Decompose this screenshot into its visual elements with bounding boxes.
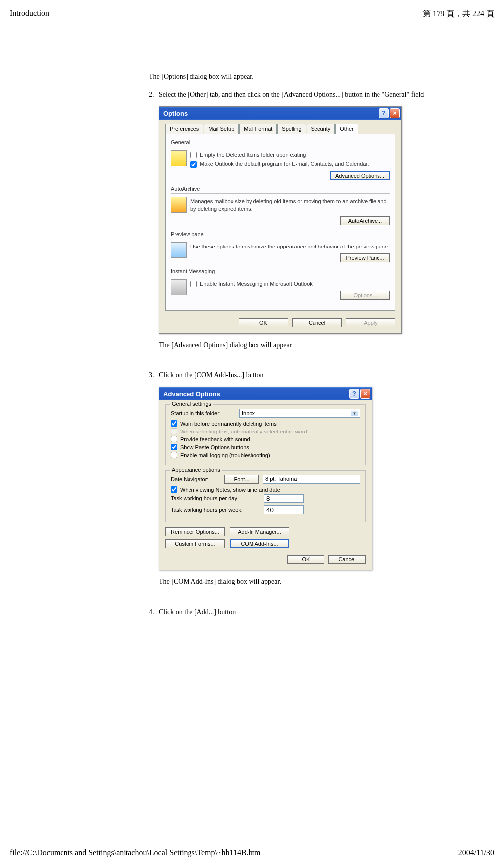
ok-button[interactable]: OK — [239, 318, 288, 327]
adv-cancel-button[interactable]: Cancel — [328, 555, 366, 564]
group-im-label: Instant Messaging — [171, 268, 390, 274]
hours-day-label: Task working hours per day: — [171, 495, 260, 501]
hours-week-input[interactable] — [264, 505, 304, 514]
options-tabs: Preferences Mail Setup Mail Format Spell… — [165, 124, 395, 134]
warn-delete-label: Warn before permanently deleting items — [180, 421, 277, 427]
autoarchive-button[interactable]: AutoArchive... — [340, 216, 390, 225]
feedback-sound-label: Provide feedback with sound — [180, 436, 250, 442]
step4-number: 4. — [149, 608, 159, 616]
mail-logging-checkbox[interactable] — [171, 452, 177, 458]
group-preview-label: Preview pane — [171, 231, 390, 237]
font-value: 8 pt. Tahoma — [263, 475, 360, 484]
appearance-group: Appearance options Date Navigator: Font.… — [165, 470, 366, 522]
startup-folder-value: Inbox — [242, 410, 255, 416]
hours-day-input[interactable] — [264, 494, 304, 503]
select-word-label: When selecting text, automatically selec… — [180, 429, 307, 434]
default-program-label: Make Outlook the default program for E-m… — [200, 160, 369, 168]
hours-week-label: Task working hours per week: — [171, 507, 260, 513]
notes-time-checkbox[interactable] — [171, 486, 177, 493]
warn-delete-checkbox[interactable] — [171, 420, 177, 427]
page-indicator: 第 178 頁，共 224 頁 — [423, 9, 494, 19]
intro-line: The [Options] dialog box will appear. — [149, 73, 444, 81]
advanced-options-button[interactable]: Advanced Options... — [330, 171, 390, 180]
footer-date: 2004/11/30 — [458, 848, 494, 857]
step3-text: Click on the [COM Add-Ins...] button — [159, 372, 444, 379]
preview-desc: Use these options to customize the appea… — [190, 243, 390, 250]
paste-options-label: Show Paste Options buttons — [180, 444, 249, 450]
tab-mail-setup[interactable]: Mail Setup — [204, 124, 239, 134]
tab-other[interactable]: Other — [335, 124, 358, 134]
options-dialog: Options ? × Preferences Mail Setup Mail … — [159, 106, 402, 334]
date-nav-label: Date Navigator: — [171, 476, 220, 482]
adv-help-icon[interactable]: ? — [349, 389, 359, 399]
tab-spelling[interactable]: Spelling — [277, 124, 306, 134]
step2-text: Select the [Other] tab, and then click o… — [159, 91, 444, 99]
feedback-sound-checkbox[interactable] — [171, 436, 177, 442]
addin-manager-button[interactable]: Add-In Manager... — [230, 527, 289, 536]
general-settings-label: General settings — [170, 401, 213, 407]
im-icon — [171, 279, 187, 295]
group-autoarchive-label: AutoArchive — [171, 186, 390, 192]
close-icon[interactable]: × — [390, 108, 400, 118]
mail-logging-label: Enable mail logging (troubleshooting) — [180, 452, 270, 458]
advanced-options-dialog: Advanced Options ? × General settings St… — [159, 387, 372, 570]
group-general-label: General — [171, 139, 390, 145]
step3-number: 3. — [149, 372, 159, 601]
apply-button: Apply — [346, 318, 395, 327]
footer-path: file://C:\Documents and Settings\anitach… — [10, 848, 261, 857]
step3-result: The [COM Add-Ins] dialog box will appear… — [159, 578, 444, 586]
preview-icon — [171, 242, 187, 258]
adv-close-icon[interactable]: × — [360, 389, 370, 399]
tab-mail-format[interactable]: Mail Format — [239, 124, 277, 134]
empty-deleted-label: Empty the Deleted Items folder upon exit… — [200, 151, 306, 159]
custom-forms-button[interactable]: Custom Forms... — [165, 539, 225, 548]
startup-folder-label: Startup in this folder: — [171, 410, 235, 416]
doc-title: Introduction — [10, 9, 49, 19]
startup-folder-select[interactable]: Inbox ▼ — [239, 409, 360, 418]
autoarchive-icon — [171, 197, 187, 213]
autoarchive-desc: Manages mailbox size by deleting old ite… — [190, 198, 390, 213]
empty-deleted-checkbox[interactable] — [190, 152, 197, 158]
options-titlebar[interactable]: Options ? × — [159, 107, 401, 120]
enable-im-label: Enable Instant Messaging in Microsoft Ou… — [200, 280, 313, 288]
adv-titlebar[interactable]: Advanced Options ? × — [159, 387, 372, 400]
tab-preferences[interactable]: Preferences — [165, 124, 203, 134]
adv-ok-button[interactable]: OK — [287, 555, 324, 564]
default-program-checkbox[interactable] — [190, 161, 197, 168]
appearance-label: Appearance options — [170, 467, 222, 473]
reminder-options-button[interactable]: Reminder Options... — [165, 527, 225, 536]
dropdown-icon: ▼ — [351, 411, 358, 416]
options-title: Options — [163, 110, 188, 117]
step2-number: 2. — [149, 91, 159, 364]
font-button[interactable]: Font... — [224, 475, 259, 484]
select-word-checkbox — [171, 428, 177, 434]
notes-time-label: When viewing Notes, show time and date — [180, 487, 280, 493]
enable-im-checkbox[interactable] — [190, 281, 197, 287]
help-icon[interactable]: ? — [379, 108, 389, 118]
general-settings-group: General settings Startup in this folder:… — [165, 404, 366, 465]
com-addins-button[interactable]: COM Add-Ins... — [230, 539, 289, 548]
tab-security[interactable]: Security — [307, 124, 335, 134]
preview-pane-button[interactable]: Preview Pane... — [340, 253, 390, 262]
cancel-button[interactable]: Cancel — [292, 318, 342, 327]
paste-options-checkbox[interactable] — [171, 444, 177, 450]
general-icon — [171, 150, 187, 166]
im-options-button: Options... — [340, 291, 390, 300]
step4-text: Click on the [Add...] button — [159, 608, 444, 616]
adv-title: Advanced Options — [163, 390, 220, 398]
step2-result: The [Advanced Options] dialog box will a… — [159, 341, 444, 349]
